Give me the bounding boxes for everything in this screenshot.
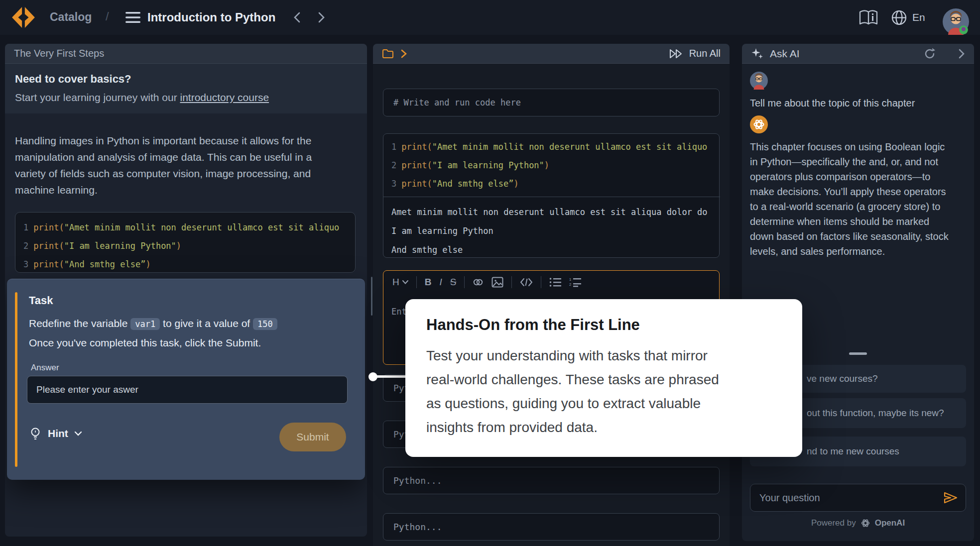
answer-input[interactable] xyxy=(27,376,348,404)
task-description: Redefine the variable var1 to give it a … xyxy=(29,314,348,352)
submit-button[interactable]: Submit xyxy=(279,423,346,451)
page-title: Introduction to Python xyxy=(147,10,275,24)
ask-ai-title: Ask AI xyxy=(770,48,800,60)
scrollbar-thumb[interactable] xyxy=(371,277,372,316)
bold-button[interactable]: B xyxy=(425,277,432,288)
hint-button[interactable]: Hint xyxy=(29,427,82,440)
theory-code-block: 1print("Amet minim mollit non deserunt u… xyxy=(15,212,356,273)
tooltip-connector-dot xyxy=(368,372,377,381)
ask-ai-panel: Ask AI xyxy=(742,44,974,541)
code-cell-with-output[interactable]: 1print("Amet minim mollit non deserunt u… xyxy=(383,133,720,258)
prev-chapter-button[interactable] xyxy=(293,12,301,23)
openai-label: OpenAI xyxy=(875,518,905,528)
toolbar-divider xyxy=(464,276,465,288)
image-icon[interactable] xyxy=(491,277,503,288)
breadcrumb-separator: / xyxy=(106,9,109,23)
output-divider xyxy=(383,197,720,197)
hint-chevron-down-icon xyxy=(74,431,82,436)
resize-handle[interactable] xyxy=(849,352,867,355)
tooltip-title: Hands-On from the First Line xyxy=(426,316,781,334)
italic-button[interactable]: I xyxy=(439,277,442,288)
chapter-section-title: The Very First Steps xyxy=(14,48,104,59)
toolbar-divider xyxy=(541,276,541,288)
reset-chat-icon[interactable] xyxy=(923,47,936,60)
python-cell[interactable]: Python... xyxy=(383,513,720,541)
app-logo-icon[interactable] xyxy=(12,7,35,28)
answer-label: Answer xyxy=(31,363,59,373)
ask-ai-header: Ask AI xyxy=(742,44,974,64)
ai-response: This chapter focuses on using Boolean lo… xyxy=(750,139,949,259)
top-bar: Catalog / Introduction to Python xyxy=(0,0,980,35)
basics-heading: Need to cover basics? xyxy=(15,73,357,86)
toc-menu-icon[interactable] xyxy=(125,11,140,23)
inline-code-150: 150 xyxy=(253,318,277,330)
strikethrough-button[interactable]: S xyxy=(450,277,457,288)
python-cell[interactable]: Python... xyxy=(383,467,720,494)
code-line: 2print("I am learning Python") xyxy=(23,237,347,255)
collapse-panel-icon[interactable] xyxy=(958,49,965,59)
hint-bulb-icon xyxy=(29,427,42,440)
language-label[interactable]: En xyxy=(912,11,925,23)
glossary-book-icon[interactable] xyxy=(859,10,878,26)
app: Catalog / Introduction to Python xyxy=(0,0,980,546)
playground-header: Run All xyxy=(373,44,730,64)
next-chapter-button[interactable] xyxy=(318,12,326,23)
breadcrumb-catalog[interactable]: Catalog xyxy=(50,10,92,24)
breadcrumb-chevron-icon xyxy=(401,49,407,58)
sparkles-icon xyxy=(751,47,764,60)
bullet-list-icon[interactable] xyxy=(549,277,561,287)
cell-output: Amet minim mollit non deserunt ullamco e… xyxy=(391,203,708,259)
tooltip-connector-line xyxy=(373,375,408,378)
run-all-button[interactable]: Run All xyxy=(669,48,721,59)
task-card: Task Redefine the variable var1 to give … xyxy=(7,279,365,480)
theory-panel: The Very First Steps Need to cover basic… xyxy=(5,44,367,537)
task-accent-bar xyxy=(15,292,17,467)
code-line: 3print("And smthg else”) xyxy=(23,255,347,274)
link-icon[interactable] xyxy=(473,277,484,288)
heading-dropdown[interactable]: H xyxy=(392,277,408,288)
ai-question-input[interactable] xyxy=(750,484,966,512)
inline-code-var1: var1 xyxy=(130,318,160,330)
user-chat-avatar xyxy=(750,72,768,90)
powered-by: Powered by OpenAI xyxy=(742,518,974,529)
run-all-label: Run All xyxy=(689,48,721,59)
onboarding-tooltip: Hands-On from the First Line Test your u… xyxy=(405,299,802,457)
send-question-icon[interactable] xyxy=(943,491,958,504)
hint-label: Hint xyxy=(48,428,68,439)
tooltip-body: Test your understanding with tasks that … xyxy=(426,344,781,439)
user-avatar[interactable] xyxy=(943,8,969,35)
basics-banner: Need to cover basics? Start your learnin… xyxy=(5,64,367,113)
code-block-icon[interactable] xyxy=(520,278,533,287)
toolbar-divider xyxy=(416,276,417,288)
openai-avatar xyxy=(750,115,768,133)
svg-text:2: 2 xyxy=(569,282,571,287)
task-title: Task xyxy=(29,294,53,307)
theory-panel-header: The Very First Steps xyxy=(5,44,367,64)
language-globe-icon[interactable] xyxy=(891,10,907,25)
toolbar-divider xyxy=(511,276,512,288)
introductory-course-link[interactable]: introductory course xyxy=(180,92,269,103)
openai-logo-icon xyxy=(860,518,871,529)
folder-icon[interactable] xyxy=(382,49,394,59)
run-all-icon xyxy=(669,49,683,59)
cell-code: 1print("Amet minim mollit non deserunt u… xyxy=(391,138,707,193)
code-cell-empty[interactable]: # Write and run code here xyxy=(383,89,720,116)
basics-text: Start your learning journey with our int… xyxy=(15,92,357,104)
code-playground-panel: Run All # Write and run code here 1print… xyxy=(373,44,730,546)
numbered-list-icon[interactable]: 1 2 xyxy=(569,277,581,287)
svg-text:1: 1 xyxy=(569,277,571,282)
code-line: 1print("Amet minim mollit non deserunt u… xyxy=(23,218,347,237)
code-cell-placeholder: # Write and run code here xyxy=(393,98,521,108)
theory-paragraph: Handling images in Python is important b… xyxy=(15,132,361,198)
user-message: Tell me about the topic of this chapter xyxy=(750,98,915,109)
